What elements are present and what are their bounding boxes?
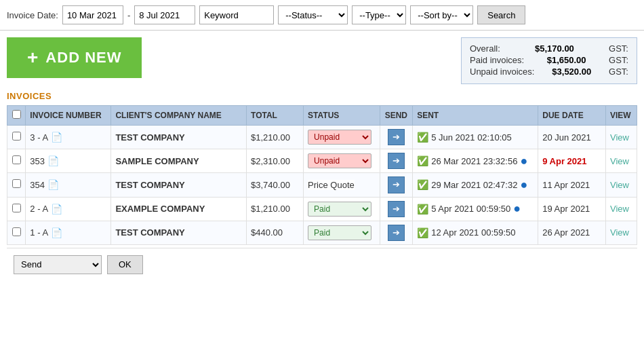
- invoice-number-0: 3 - A: [30, 132, 48, 143]
- select-all-checkbox[interactable]: [12, 110, 21, 119]
- sent-cell-4: ✅ 12 Apr 2021 00:59:50: [413, 221, 538, 244]
- total-cell-3: $1,210.00: [247, 197, 304, 221]
- overall-row: Overall: $5,170.00 GST:: [470, 43, 628, 54]
- bulk-action-select[interactable]: Send Delete Mark Paid: [14, 255, 102, 274]
- sort-select[interactable]: --Sort by--: [410, 5, 473, 24]
- total-cell-1: $2,310.00: [247, 149, 304, 173]
- status-select-1[interactable]: Unpaid Paid Price Quote: [308, 153, 371, 168]
- sent-cell-2: ✅ 29 Mar 2021 02:47:32 ●: [413, 173, 538, 197]
- sent-date-4: 12 Apr 2021 00:59:50: [431, 227, 515, 238]
- view-cell-1: View: [606, 149, 637, 173]
- due-date-2: 11 Apr 2021: [542, 180, 590, 190]
- view-link-2[interactable]: View: [610, 180, 629, 190]
- header-send: SEND: [380, 106, 413, 126]
- company-cell-1: SAMPLE COMPANY: [111, 149, 247, 173]
- status-select-0[interactable]: Unpaid Paid Price Quote: [308, 130, 371, 145]
- plus-icon: +: [27, 47, 39, 69]
- send-cell-2: ➔: [380, 173, 413, 197]
- unpaid-row: Unpaid invoices: $3,520.00 GST:: [470, 67, 628, 77]
- overall-gst: GST:: [609, 43, 628, 54]
- invoice-number-3: 2 - A: [30, 204, 48, 214]
- unpaid-amount: $3,520.00: [552, 67, 591, 77]
- sent-cell-1: ✅ 26 Mar 2021 23:32:56 ●: [413, 149, 538, 173]
- row-checkbox-1[interactable]: [12, 155, 21, 164]
- sent-check-icon-0: ✅: [417, 132, 428, 143]
- status-cell-2: Price Quote: [304, 173, 380, 197]
- unpaid-label: Unpaid invoices:: [470, 67, 534, 77]
- view-link-0[interactable]: View: [610, 132, 629, 143]
- due-date-4: 26 Apr 2021: [542, 227, 590, 238]
- status-cell-4: Unpaid Paid Price Quote: [304, 221, 380, 244]
- paid-amount: $1,650.00: [547, 55, 586, 65]
- invoices-table: INVOICE NUMBER CLIENT'S COMPANY NAME TOT…: [7, 105, 637, 245]
- sent-date-2: 29 Mar 2021 02:47:32: [431, 180, 517, 190]
- table-row: 1 - A 📄 TEST COMPANY$440.00 Unpaid Paid …: [7, 221, 637, 244]
- pdf-icon-1[interactable]: 📄: [47, 155, 59, 166]
- view-cell-3: View: [606, 197, 637, 221]
- blue-dot-1: ●: [520, 154, 527, 168]
- send-button-0[interactable]: ➔: [388, 129, 405, 145]
- header-invoice-number: INVOICE NUMBER: [26, 106, 111, 126]
- send-cell-1: ➔: [380, 149, 413, 173]
- row-check-4: [7, 221, 26, 244]
- row-check-1: [7, 149, 26, 173]
- table-row: 354 📄 TEST COMPANY$3,740.00 Price Quote …: [7, 173, 637, 197]
- header-total: TOTAL: [247, 106, 304, 126]
- invoice-number-cell-1: 353 📄: [26, 149, 111, 173]
- status-select-4[interactable]: Unpaid Paid Price Quote: [308, 225, 371, 240]
- sent-check-icon-2: ✅: [417, 179, 428, 190]
- send-cell-4: ➔: [380, 221, 413, 244]
- sent-check-icon-4: ✅: [417, 227, 428, 238]
- pdf-icon-4[interactable]: 📄: [51, 227, 62, 238]
- invoice-number-cell-0: 3 - A 📄: [26, 126, 111, 149]
- date-separator: -: [127, 10, 130, 20]
- overall-amount: $5,170.00: [535, 43, 574, 54]
- row-checkbox-4[interactable]: [12, 227, 21, 236]
- table-row: 3 - A 📄 TEST COMPANY$1,210.00 Unpaid Pai…: [7, 126, 637, 149]
- row-check-2: [7, 173, 26, 197]
- view-link-4[interactable]: View: [610, 227, 629, 238]
- send-button-3[interactable]: ➔: [388, 201, 405, 217]
- filter-bar: Invoice Date: - --Status-- Unpaid Paid P…: [0, 0, 644, 31]
- view-cell-0: View: [606, 126, 637, 149]
- header-sent: SENT: [413, 106, 538, 126]
- view-link-3[interactable]: View: [610, 204, 629, 214]
- pdf-icon-3[interactable]: 📄: [51, 204, 62, 214]
- due-date-1: 9 Apr 2021: [542, 156, 586, 166]
- status-select[interactable]: --Status-- Unpaid Paid Price Quote: [278, 5, 348, 24]
- row-check-3: [7, 197, 26, 221]
- send-button-1[interactable]: ➔: [388, 153, 405, 169]
- header-view: VIEW: [606, 106, 637, 126]
- header-check: [7, 106, 26, 126]
- invoice-number-2: 354: [30, 180, 45, 190]
- type-select[interactable]: --Type--: [352, 5, 406, 24]
- total-cell-4: $440.00: [247, 221, 304, 244]
- view-cell-4: View: [606, 221, 637, 244]
- search-button[interactable]: Search: [477, 5, 525, 24]
- date-to-input[interactable]: [134, 5, 195, 24]
- date-from-input[interactable]: [62, 5, 123, 24]
- main-content: + ADD NEW Overall: $5,170.00 GST: Paid i…: [0, 31, 644, 288]
- due-date-cell-3: 19 Apr 2021: [538, 197, 606, 221]
- invoice-number-cell-4: 1 - A 📄: [26, 221, 111, 244]
- send-button-2[interactable]: ➔: [388, 176, 405, 193]
- status-select-3[interactable]: Unpaid Paid Price Quote: [308, 202, 371, 217]
- header-due-date: DUE DATE: [538, 106, 606, 126]
- due-date-cell-2: 11 Apr 2021: [538, 173, 606, 197]
- invoice-number-4: 1 - A: [30, 227, 48, 238]
- row-checkbox-2[interactable]: [12, 179, 21, 188]
- status-label-2: Price Quote: [308, 180, 355, 190]
- pdf-icon-2[interactable]: 📄: [47, 179, 59, 190]
- ok-button[interactable]: OK: [107, 255, 143, 274]
- add-new-button[interactable]: + ADD NEW: [7, 37, 142, 78]
- status-cell-0: Unpaid Paid Price Quote: [304, 126, 380, 149]
- keyword-input[interactable]: [199, 5, 274, 24]
- row-check-0: [7, 126, 26, 149]
- pdf-icon-0[interactable]: 📄: [51, 132, 62, 143]
- row-checkbox-3[interactable]: [12, 204, 21, 212]
- view-cell-2: View: [606, 173, 637, 197]
- invoice-number-cell-3: 2 - A 📄: [26, 197, 111, 221]
- row-checkbox-0[interactable]: [12, 132, 21, 141]
- view-link-1[interactable]: View: [610, 156, 629, 166]
- send-button-4[interactable]: ➔: [388, 225, 405, 241]
